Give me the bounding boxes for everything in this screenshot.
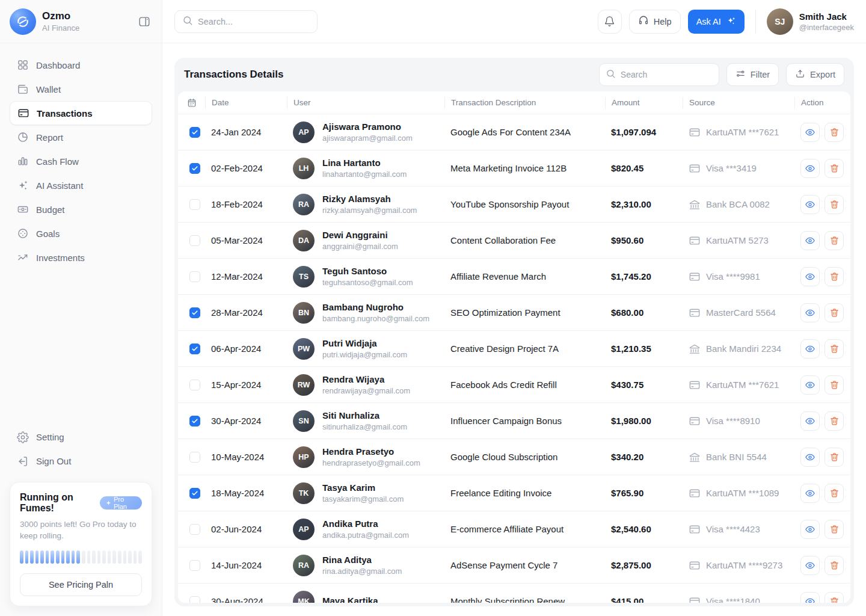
progress-segment bbox=[40, 550, 44, 564]
sidebar-item-budget[interactable]: Budget bbox=[10, 197, 152, 221]
row-date-cell: 30-Aug-2024 bbox=[205, 596, 287, 603]
delete-button[interactable] bbox=[825, 339, 844, 359]
row-amount-cell: $820.45 bbox=[605, 163, 683, 173]
row-checkbox[interactable] bbox=[189, 596, 200, 603]
column-header-user[interactable]: User bbox=[287, 97, 444, 109]
column-header-description[interactable]: Transaction Description bbox=[444, 97, 605, 109]
row-checkbox[interactable] bbox=[189, 199, 200, 210]
row-checkbox[interactable] bbox=[189, 380, 200, 390]
row-checkbox[interactable] bbox=[189, 560, 200, 571]
column-header-amount[interactable]: Amount bbox=[605, 97, 683, 109]
user-avatar: SJ bbox=[767, 8, 793, 35]
help-button[interactable]: Help bbox=[629, 10, 681, 34]
sidebar-item-cash-flow[interactable]: Cash Flow bbox=[10, 149, 152, 173]
user-email: rendrawijaya@gmail.com bbox=[322, 386, 410, 395]
source-label: KartuATM ***7621 bbox=[706, 127, 779, 137]
user-profile[interactable]: SJ Smith Jack @interfacegeek bbox=[767, 8, 854, 35]
column-header-source[interactable]: Source bbox=[683, 97, 794, 109]
view-button[interactable] bbox=[800, 195, 820, 214]
delete-button[interactable] bbox=[825, 159, 844, 178]
delete-button[interactable] bbox=[825, 556, 844, 575]
row-action-cell bbox=[794, 556, 850, 575]
delete-button[interactable] bbox=[825, 592, 844, 603]
row-checkbox[interactable] bbox=[189, 343, 200, 354]
view-button[interactable] bbox=[800, 448, 820, 467]
view-button[interactable] bbox=[800, 592, 820, 603]
table-row: 10-May-2024 HP Hendra Prasetyo hendrapra… bbox=[178, 439, 850, 475]
view-button[interactable] bbox=[800, 411, 820, 431]
view-button[interactable] bbox=[800, 484, 820, 503]
ask-ai-button[interactable]: Ask AI bbox=[688, 10, 745, 34]
delete-button[interactable] bbox=[825, 231, 844, 250]
delete-button[interactable] bbox=[825, 303, 844, 322]
row-user-cell: TS Teguh Santoso teguhsantoso@gmail.com bbox=[287, 266, 444, 288]
row-checkbox[interactable] bbox=[189, 452, 200, 463]
sidebar-item-wallet[interactable]: Wallet bbox=[10, 77, 152, 101]
transaction-description: Facebook Ads Credit Refill bbox=[450, 380, 557, 390]
column-header-action[interactable]: Action bbox=[794, 97, 850, 109]
sidebar-item-transactions[interactable]: Transactions bbox=[10, 101, 152, 125]
export-button[interactable]: Export bbox=[786, 63, 844, 86]
view-button[interactable] bbox=[800, 375, 820, 395]
view-button[interactable] bbox=[800, 339, 820, 359]
trash-icon bbox=[829, 452, 840, 462]
delete-button[interactable] bbox=[825, 520, 844, 539]
delete-button[interactable] bbox=[825, 411, 844, 431]
sidebar-toggle-icon[interactable] bbox=[137, 14, 152, 29]
row-description-cell: Creative Design Project 7A bbox=[444, 343, 605, 354]
view-button[interactable] bbox=[800, 267, 820, 286]
progress-segment bbox=[72, 550, 75, 564]
view-button[interactable] bbox=[800, 231, 820, 250]
view-button[interactable] bbox=[800, 556, 820, 575]
row-checkbox[interactable] bbox=[189, 416, 200, 427]
delete-button[interactable] bbox=[825, 267, 844, 286]
sidebar-item-ai-assistant[interactable]: AI Assistant bbox=[10, 173, 152, 197]
sidebar-item-setting[interactable]: Setting bbox=[10, 425, 152, 449]
sidebar-item-sign-out[interactable]: Sign Out bbox=[10, 449, 152, 473]
transaction-amount: $1,210.35 bbox=[611, 343, 651, 354]
sidebar-item-investments[interactable]: Investments bbox=[10, 245, 152, 270]
filter-icon bbox=[735, 69, 746, 81]
view-button[interactable] bbox=[800, 123, 820, 142]
table-search[interactable] bbox=[599, 63, 719, 86]
progress-segment bbox=[92, 550, 96, 564]
row-checkbox[interactable] bbox=[189, 235, 200, 246]
user-name: Rina Aditya bbox=[322, 555, 402, 565]
sidebar-item-goals[interactable]: Goals bbox=[10, 221, 152, 245]
transaction-amount: $950.60 bbox=[611, 235, 643, 245]
transaction-description: E-commerce Affiliate Payout bbox=[450, 524, 564, 534]
delete-button[interactable] bbox=[825, 375, 844, 395]
row-checkbox[interactable] bbox=[189, 163, 200, 174]
delete-button[interactable] bbox=[825, 195, 844, 214]
row-checkbox[interactable] bbox=[189, 524, 200, 535]
global-search-input[interactable] bbox=[198, 17, 310, 26]
row-checkbox[interactable] bbox=[189, 271, 200, 282]
delete-button[interactable] bbox=[825, 484, 844, 503]
bell-icon bbox=[604, 16, 615, 27]
row-select-cell bbox=[178, 524, 205, 535]
row-amount-cell: $415.00 bbox=[605, 596, 683, 603]
table-search-input[interactable] bbox=[621, 70, 713, 79]
global-search[interactable] bbox=[174, 10, 318, 33]
row-checkbox[interactable] bbox=[189, 127, 200, 138]
row-select-cell bbox=[178, 380, 205, 390]
view-button[interactable] bbox=[800, 303, 820, 322]
delete-button[interactable] bbox=[825, 123, 844, 142]
row-checkbox[interactable] bbox=[189, 488, 200, 499]
see-pricing-button[interactable]: See Pricing Paln bbox=[20, 573, 142, 596]
transaction-description: Monthly Subscription Renew bbox=[450, 596, 565, 603]
transaction-amount: $340.20 bbox=[611, 452, 643, 462]
credit-card-icon bbox=[689, 307, 701, 319]
table-row: 30-Apr-2024 SN Siti Nurhaliza sitinurhal… bbox=[178, 403, 850, 439]
column-header-date[interactable]: Date bbox=[205, 97, 287, 109]
sidebar-item-report[interactable]: Report bbox=[10, 125, 152, 149]
avatar: LH bbox=[293, 158, 315, 179]
view-button[interactable] bbox=[800, 159, 820, 178]
delete-button[interactable] bbox=[825, 448, 844, 467]
sidebar-item-dashboard[interactable]: Dashboard bbox=[10, 53, 152, 77]
view-button[interactable] bbox=[800, 520, 820, 539]
progress-segment bbox=[66, 550, 70, 564]
row-checkbox[interactable] bbox=[189, 307, 200, 318]
notifications-button[interactable] bbox=[598, 10, 622, 34]
filter-button[interactable]: Filter bbox=[726, 63, 779, 86]
